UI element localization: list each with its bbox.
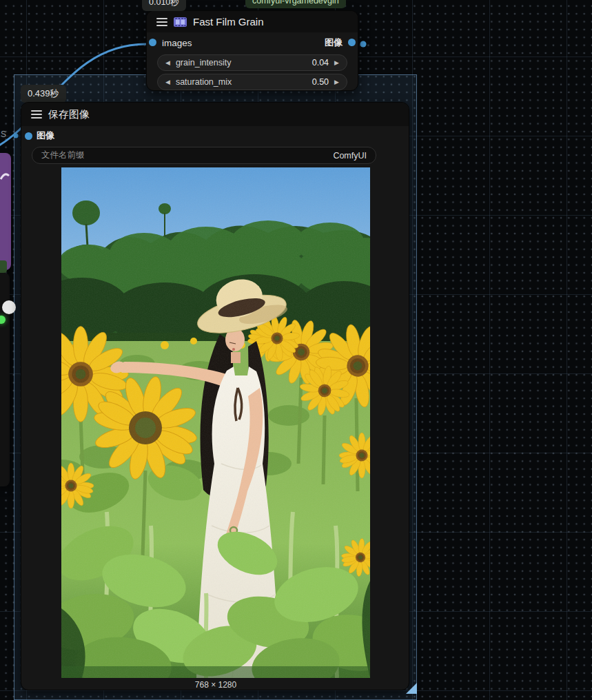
widget-label: 文件名前缀: [41, 150, 85, 161]
increment-arrow-icon[interactable]: ▶: [334, 79, 339, 85]
node-source-badge: comfyui-vrgamedevgirl: [245, 0, 346, 8]
clipped-glyph-icon: [0, 169, 10, 182]
widget-value: ComfyUI: [333, 151, 367, 161]
widget-value: 0.50: [312, 77, 329, 87]
input-slot-images[interactable]: [149, 39, 156, 46]
image-preview[interactable]: [61, 167, 370, 678]
node-menu-icon[interactable]: [31, 110, 42, 119]
image-dimensions-label: 768 × 1280: [21, 680, 410, 690]
green-chip-fragment: [0, 260, 7, 273]
output-label: 图像: [325, 37, 343, 49]
node-header: Fast Film Grain: [147, 11, 358, 32]
fast-film-grain-node[interactable]: Fast Film Grain images 图像 ◀grain_intensi…: [146, 10, 358, 91]
filename-prefix-widget[interactable]: 文件名前缀 ComfyUI: [32, 147, 376, 164]
clipped-node-text: S: [1, 130, 6, 139]
status-dot: [0, 316, 6, 324]
widget-grain-intensity[interactable]: ◀grain_intensity 0.04▶: [157, 54, 347, 71]
film-strip-icon: [174, 17, 187, 27]
input-label: images: [162, 38, 192, 48]
link-start-dot: [360, 41, 367, 48]
widget-saturation-mix[interactable]: ◀saturation_mix 0.50▶: [157, 74, 347, 90]
resize-handle[interactable]: [406, 683, 417, 694]
input-slot-image[interactable]: [25, 132, 32, 140]
widget-value: 0.04: [312, 58, 329, 68]
output-slot-image[interactable]: [348, 39, 356, 46]
node-title: 保存图像: [48, 108, 90, 121]
widget-label: grain_intensity: [176, 58, 232, 68]
input-label: 图像: [37, 130, 54, 142]
slot-circle[interactable]: [2, 300, 16, 314]
widget-label: saturation_mix: [176, 77, 232, 87]
execution-time-badge: 0.010秒: [142, 0, 186, 11]
save-image-node[interactable]: 保存图像 图像 文件名前缀 ComfyUI: [21, 102, 409, 690]
sunflower-field-photo: [61, 167, 370, 678]
node-title: Fast Film Grain: [193, 16, 264, 28]
node-header: 保存图像: [21, 103, 409, 126]
execution-time-badge: 0.439秒: [21, 85, 66, 103]
node-fragment[interactable]: [0, 273, 10, 486]
increment-arrow-icon[interactable]: ▶: [334, 60, 339, 66]
decrement-arrow-icon[interactable]: ◀: [165, 60, 170, 66]
decrement-arrow-icon[interactable]: ◀: [165, 79, 170, 85]
node-graph-canvas[interactable]: S Fast Film Grain images 图像: [0, 0, 592, 700]
node-menu-icon[interactable]: [156, 18, 167, 26]
bypassed-node-fragment[interactable]: [0, 153, 11, 270]
